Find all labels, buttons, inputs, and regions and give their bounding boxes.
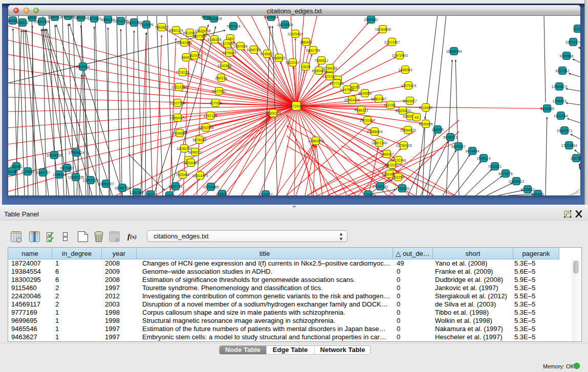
svg-text:1115682: 1115682: [21, 170, 34, 173]
svg-text:18724007: 18724007: [288, 104, 304, 108]
svg-text:16927: 16927: [164, 194, 175, 196]
svg-text:8303027: 8303027: [258, 193, 272, 196]
svg-text:17016504: 17016504: [561, 144, 577, 147]
svg-text:7485063: 7485063: [398, 68, 412, 72]
svg-text:13626: 13626: [300, 65, 311, 69]
svg-text:15720407: 15720407: [359, 119, 375, 122]
svg-text:9245652: 9245652: [520, 188, 534, 191]
svg-text:14136141: 14136141: [372, 185, 388, 188]
svg-text:62160: 62160: [385, 103, 396, 107]
svg-text:44: 44: [415, 116, 419, 119]
svg-text:15751074: 15751074: [565, 40, 580, 44]
svg-text:7857224: 7857224: [226, 25, 240, 28]
svg-text:9084067: 9084067: [380, 152, 394, 156]
svg-text:417004: 417004: [209, 101, 221, 105]
svg-text:5938923: 5938923: [443, 136, 457, 139]
svg-text:7955812: 7955812: [314, 59, 328, 62]
svg-text:109275: 109275: [144, 193, 156, 196]
svg-text:10756928: 10756928: [396, 144, 411, 147]
svg-text:2042737: 2042737: [36, 171, 50, 174]
svg-text:9227342: 9227342: [555, 69, 569, 73]
svg-text:15716485: 15716485: [203, 185, 219, 189]
svg-text:16033809: 16033809: [206, 17, 222, 20]
svg-text:3215955: 3215955: [540, 107, 554, 111]
svg-text:12234: 12234: [578, 165, 580, 168]
svg-text:9975887: 9975887: [60, 166, 74, 170]
svg-text:20364436: 20364436: [344, 98, 360, 102]
svg-text:5822037: 5822037: [286, 61, 299, 64]
svg-text:10688609: 10688609: [366, 130, 382, 134]
svg-text:12975115: 12975115: [401, 84, 417, 87]
svg-text:1615152: 1615152: [385, 163, 399, 167]
svg-text:9827506: 9827506: [192, 34, 206, 38]
svg-text:10807487: 10807487: [371, 97, 386, 101]
svg-text:12213389: 12213389: [171, 85, 187, 89]
svg-text:8813054: 8813054: [264, 16, 278, 19]
svg-text:6879197: 6879197: [451, 145, 465, 148]
svg-text:19384554: 19384554: [308, 139, 323, 143]
svg-text:116753: 116753: [571, 157, 580, 160]
svg-text:10958107: 10958107: [98, 182, 114, 186]
svg-text:2935114: 2935114: [477, 157, 491, 160]
svg-text:6794028: 6794028: [323, 67, 337, 70]
svg-text:10025433: 10025433: [395, 109, 410, 113]
svg-text:7632621: 7632621: [488, 165, 502, 168]
svg-text:17957223: 17957223: [82, 179, 98, 182]
svg-text:1244419: 1244419: [552, 99, 566, 103]
svg-text:7986322: 7986322: [354, 108, 368, 112]
svg-text:9777169: 9777169: [330, 82, 343, 85]
svg-text:2087682: 2087682: [364, 18, 378, 21]
svg-text:1292346: 1292346: [129, 191, 143, 194]
svg-text:9457791: 9457791: [168, 185, 182, 188]
svg-text:98967: 98967: [181, 56, 191, 59]
svg-text:18300295: 18300295: [265, 112, 281, 115]
svg-text:924565: 924565: [532, 192, 543, 196]
svg-text:1527602: 1527602: [87, 17, 101, 20]
svg-text:9146821: 9146821: [260, 52, 274, 56]
svg-text:(x): (x): [130, 233, 137, 240]
svg-text:1621064: 1621064: [554, 114, 568, 118]
svg-text:252254: 252254: [392, 176, 404, 179]
svg-text:1733426: 1733426: [395, 187, 409, 190]
svg-text:9329966: 9329966: [559, 54, 573, 58]
svg-text:19654923: 19654923: [169, 116, 185, 120]
svg-text:10107554: 10107554: [169, 101, 185, 105]
svg-text:15692971: 15692971: [556, 129, 572, 133]
svg-text:2718126: 2718126: [176, 71, 189, 74]
svg-text:1090913: 1090913: [48, 16, 61, 19]
svg-text:9474444: 9474444: [465, 149, 479, 153]
svg-text:3624554: 3624554: [358, 92, 372, 95]
svg-text:10973493: 10973493: [391, 54, 407, 57]
svg-text:1588520: 1588520: [272, 56, 286, 60]
svg-text:24504: 24504: [217, 192, 227, 196]
svg-text:3267130: 3267130: [203, 114, 217, 118]
svg-text:405572: 405572: [16, 21, 28, 25]
svg-text:280314: 280314: [215, 76, 227, 80]
svg-text:9327508: 9327508: [220, 42, 234, 46]
svg-text:19654923: 19654923: [400, 128, 416, 132]
svg-text:10654112: 10654112: [509, 180, 525, 183]
svg-text:11325419: 11325419: [288, 32, 303, 36]
svg-text:6961758: 6961758: [306, 49, 320, 52]
svg-text:7515526: 7515526: [139, 23, 153, 27]
svg-text:2905334: 2905334: [76, 65, 90, 69]
svg-text:93557: 93557: [27, 16, 37, 19]
svg-text:8471676: 8471676: [498, 172, 512, 176]
svg-text:5678352: 5678352: [192, 138, 206, 142]
svg-text:16648784: 16648784: [446, 50, 462, 53]
svg-text:5875685: 5875685: [222, 51, 236, 55]
svg-text:19166829: 19166829: [171, 132, 187, 135]
svg-text:20206536: 20206536: [46, 154, 62, 157]
svg-text:16914479: 16914479: [192, 174, 208, 178]
svg-text:1145194: 1145194: [53, 173, 67, 177]
svg-text:7625402: 7625402: [176, 173, 189, 177]
svg-text:16782759: 16782759: [114, 186, 130, 190]
svg-text:16046756: 16046756: [176, 147, 192, 150]
svg-text:5498222: 5498222: [188, 150, 202, 154]
svg-text:19218506: 19218506: [277, 23, 293, 27]
svg-text:9463627: 9463627: [403, 99, 417, 103]
svg-text:12093872: 12093872: [551, 85, 567, 89]
svg-text:20691406: 20691406: [34, 20, 50, 24]
svg-text:12353594: 12353594: [198, 126, 213, 129]
svg-text:164095: 164095: [431, 128, 443, 132]
